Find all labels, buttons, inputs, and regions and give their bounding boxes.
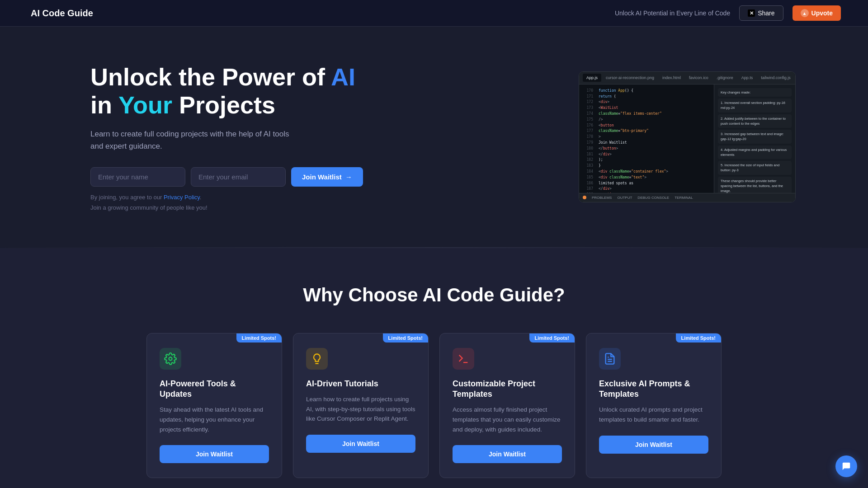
- email-input[interactable]: [191, 167, 286, 187]
- chat-message-6: 5. Increased the size of input fields an…: [718, 161, 792, 175]
- cards-grid: Limited Spots! AI-Powered Tools & Update…: [63, 333, 805, 479]
- navbar: AI Code Guide Unlock AI Potential in Eve…: [0, 0, 868, 27]
- card-join-button-3[interactable]: Join Waitlist: [453, 445, 562, 463]
- code-chat-panel: Key changes made: 1. Increased overall s…: [714, 84, 795, 202]
- code-content: function App() { return ( <div> <WaitLis…: [595, 84, 714, 202]
- card-desc-2: Learn how to create full projects using …: [306, 394, 415, 424]
- privacy-link[interactable]: Privacy Policy: [164, 194, 200, 201]
- chat-message-5: 4. Adjusted margins and padding for vari…: [718, 145, 792, 160]
- hero-title-part1: Unlock the Power of: [90, 63, 331, 90]
- card-icon-document: [599, 348, 621, 370]
- navbar-right: Unlock AI Potential in Every Line of Cod…: [615, 5, 841, 21]
- card-badge-1: Limited Spots!: [236, 333, 282, 343]
- card-join-button-1[interactable]: Join Waitlist: [160, 445, 269, 463]
- code-tab-appts: App.ts: [738, 74, 757, 82]
- code-tab-gitignore: .gitignore: [713, 74, 737, 82]
- card-join-button-2[interactable]: Join Waitlist: [306, 435, 415, 453]
- upvote-icon: ▲: [801, 9, 809, 17]
- hero-content: Unlock the Power of AI in Your Projects …: [90, 63, 363, 211]
- card-ai-tutorials: Limited Spots! AI-Driven Tutorials Learn…: [293, 333, 429, 479]
- card-ai-tools: Limited Spots! AI-Powered Tools & Update…: [146, 333, 282, 479]
- status-terminal: TERMINAL: [675, 196, 693, 200]
- code-status-bar: PROBLEMS OUTPUT DEBUG CONSOLE TERMINAL: [579, 193, 795, 202]
- chat-message-4: 3. Increased gap between text and image:…: [718, 130, 792, 144]
- status-output: OUTPUT: [617, 196, 632, 200]
- card-prompts: Limited Spots! Exclusive AI Prompts & Te…: [586, 333, 722, 479]
- x-icon: ✕: [748, 9, 755, 17]
- card-icon-gear: [160, 348, 181, 370]
- code-tab-favicon: favicon.ico: [685, 74, 712, 82]
- card-templates: Limited Spots! Customizable Project Temp…: [439, 333, 575, 479]
- join-waitlist-button[interactable]: Join Waitlist →: [291, 167, 363, 187]
- card-desc-1: Stay ahead with the latest AI tools and …: [160, 405, 269, 434]
- name-input[interactable]: [90, 167, 185, 187]
- card-icon-terminal: [453, 348, 474, 370]
- chat-bubble-button[interactable]: [835, 455, 857, 477]
- navbar-tagline: Unlock AI Potential in Every Line of Cod…: [615, 9, 730, 17]
- status-problems: PROBLEMS: [592, 196, 612, 200]
- logo[interactable]: AI Code Guide: [27, 8, 93, 19]
- status-dot: [583, 196, 586, 199]
- hero-section: Unlock the Power of AI in Your Projects …: [0, 27, 868, 247]
- card-title-1: AI-Powered Tools & Updates: [160, 379, 269, 400]
- chat-message-1: Key changes made:: [718, 88, 792, 97]
- privacy-prefix: By joining, you agree to our: [90, 194, 164, 201]
- upvote-button[interactable]: ▲ Upvote: [793, 5, 841, 21]
- card-join-button-4[interactable]: Join Waitlist: [599, 436, 708, 454]
- card-badge-4: Limited Spots!: [676, 333, 721, 343]
- card-icon-bulb: [306, 348, 328, 370]
- share-button[interactable]: ✕ Share: [739, 5, 783, 21]
- card-desc-3: Access almost fully finished project tem…: [453, 405, 562, 434]
- logo-text: AI Code Guide: [31, 8, 93, 19]
- chat-icon: [841, 461, 851, 471]
- hero-title-your: Your: [118, 91, 172, 118]
- card-title-4: Exclusive AI Prompts & Templates: [599, 379, 708, 400]
- card-badge-3: Limited Spots!: [529, 333, 575, 343]
- code-tabs: App.js cursor-ai-reconnection.png index.…: [579, 72, 795, 84]
- join-label: Join Waitlist: [302, 173, 342, 181]
- svg-point-0: [169, 357, 172, 360]
- code-line-numbers: 1701711721731741751761771781791801811821…: [579, 84, 595, 202]
- why-title: Why Choose AI Code Guide?: [63, 284, 805, 306]
- hero-privacy: By joining, you agree to our Privacy Pol…: [90, 194, 363, 201]
- share-label: Share: [758, 9, 774, 17]
- arrow-icon: →: [345, 173, 352, 181]
- hero-community: Join a growing community of people like …: [90, 204, 363, 211]
- code-tab-appjs: App.js: [583, 74, 601, 82]
- upvote-label: Upvote: [811, 9, 833, 17]
- card-desc-4: Unlock curated AI prompts and project te…: [599, 405, 708, 424]
- hero-title-part3: Projects: [172, 91, 275, 118]
- hero-subtitle: Learn to create full coding projects wit…: [90, 128, 298, 152]
- card-title-3: Customizable Project Templates: [453, 379, 562, 400]
- card-badge-2: Limited Spots!: [383, 333, 428, 343]
- hero-title: Unlock the Power of AI in Your Projects: [90, 63, 363, 119]
- status-debug: DEBUG CONSOLE: [637, 196, 669, 200]
- card-title-2: AI-Driven Tutorials: [306, 379, 415, 389]
- hero-title-ai: AI: [331, 63, 355, 90]
- code-tab-tailwind: tailwind.config.js: [757, 74, 794, 82]
- privacy-suffix: .: [200, 194, 202, 201]
- code-tab-cursor: cursor-ai-reconnection.png: [602, 74, 658, 82]
- code-body: 1701711721731741751761771781791801811821…: [579, 84, 795, 202]
- code-editor-screenshot: App.js cursor-ai-reconnection.png index.…: [579, 71, 796, 202]
- chat-message-2: 1. Increased overall section padding: py…: [718, 99, 792, 113]
- code-tab-index: index.html: [659, 74, 684, 82]
- chat-message-3: 2. Added justify-between to the containe…: [718, 114, 792, 128]
- hero-title-part2: in: [90, 91, 118, 118]
- why-section: Why Choose AI Code Guide? Limited Spots!…: [0, 248, 868, 488]
- hero-form: Join Waitlist →: [90, 167, 363, 187]
- hero-screenshot: App.js cursor-ai-reconnection.png index.…: [579, 71, 805, 202]
